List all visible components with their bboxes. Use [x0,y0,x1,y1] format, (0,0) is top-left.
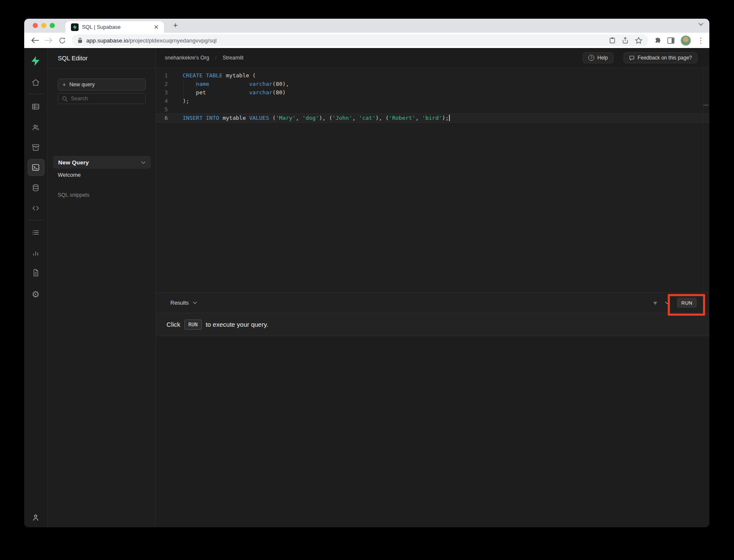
results-empty-area [156,336,709,527]
lock-icon [78,37,82,43]
clipboard-icon[interactable] [609,37,615,44]
help-button[interactable]: ? Help [583,52,613,63]
breadcrumb-separator: / [215,55,217,61]
browser-tab[interactable]: SQL | Supabase ✕ [65,21,164,33]
indent-guide [196,80,196,97]
chat-bubble-icon [629,55,635,61]
rail-divider [28,94,44,94]
search-box[interactable] [58,93,146,104]
tab-close-icon[interactable]: ✕ [152,23,160,31]
code-text: CREATE TABLE mytable ( [175,71,256,80]
browser-tabstrip: SQL | Supabase ✕ + [24,19,709,33]
code-line[interactable]: 1CREATE TABLE mytable ( [156,71,709,80]
table-editor-icon[interactable] [31,102,40,111]
hint-prefix: Click [167,321,181,328]
line-number: 6 [156,114,175,122]
auth-users-icon[interactable] [31,123,40,132]
sql-editor-sidebar: SQL Editor + New query Getting started W… [48,48,156,527]
code-line[interactable]: 3 pet varchar(80) [156,88,709,97]
help-button-label: Help [597,55,608,61]
text-cursor [449,115,450,121]
search-icon [62,96,68,102]
reports-chart-icon[interactable] [31,248,40,257]
search-input[interactable] [71,96,135,102]
indent-guide [184,80,184,97]
extensions-puzzle-icon[interactable] [654,37,661,44]
run-kbd-badge: RUN [184,320,202,330]
code-text: INSERT INTO mytable VALUES ('Mary', 'dog… [175,114,450,122]
url-domain: app.supabase.io [86,37,128,44]
forward-icon[interactable] [43,35,54,46]
browser-window: SQL | Supabase ✕ + app.supabase.io/proje… [24,19,709,527]
new-tab-button[interactable]: + [170,20,181,31]
sidebar-item-new-query[interactable]: New Query [53,156,151,169]
back-icon[interactable] [29,35,40,46]
run-options-chevron-icon[interactable] [665,301,669,304]
line-number: 3 [156,88,175,97]
code-line[interactable]: 2 name varchar(80), [156,80,709,88]
main-area: snehankekre's Org / Streamlit ? Help Fee… [156,48,709,527]
toolbar-right: ⋮ [654,35,704,46]
breadcrumb-project[interactable]: Streamlit [223,55,243,61]
docs-file-icon[interactable] [31,268,40,277]
code-line[interactable]: 5 [156,105,709,114]
results-bar-actions: ♥ RUN [653,298,697,308]
help-question-icon: ? [588,55,594,61]
editor-scrollbar-marker [703,105,709,106]
chevron-down-icon[interactable] [141,161,146,164]
breadcrumb-org[interactable]: snehankekre's Org [165,55,209,61]
code-lines: 1CREATE TABLE mytable (2 name varchar(80… [156,71,709,122]
editor-scrollbar-track[interactable] [703,68,703,292]
results-chevron-icon[interactable] [193,301,197,304]
hint-suffix: to execute your query. [206,321,268,328]
settings-gear-icon[interactable]: ⚙ [31,289,40,299]
rail-divider [28,220,44,221]
sidebar-item-label: New Query [58,159,141,166]
nav-rail: ⚙ [24,48,48,527]
url-bar[interactable]: app.supabase.io/project/pldexcuqrnyedang… [72,34,648,46]
line-number: 1 [156,71,175,80]
feedback-button-label: Feedback on this page? [638,55,692,61]
line-number: 4 [156,97,175,105]
storage-icon[interactable] [31,143,40,152]
url-path: /project/pldexcuqrnyedangvvpg/sql [128,37,217,44]
browser-menu-icon[interactable]: ⋮ [697,36,704,45]
code-text: ); [175,97,189,105]
sql-code-editor[interactable]: 1CREATE TABLE mytable (2 name varchar(80… [156,68,709,292]
share-icon[interactable] [622,37,628,44]
code-text: pet varchar(80) [175,88,286,97]
side-panel-icon[interactable] [667,37,675,44]
minimize-window-button[interactable] [41,23,46,28]
account-user-icon[interactable] [31,513,40,522]
profile-avatar[interactable] [680,35,691,46]
code-text: name varchar(80), [175,80,289,88]
close-window-button[interactable] [33,23,38,28]
api-code-icon[interactable] [31,204,40,213]
home-icon[interactable] [31,78,40,87]
bookmark-star-icon[interactable] [635,37,642,44]
supabase-favicon-icon [71,23,79,31]
code-line[interactable]: 6INSERT INTO mytable VALUES ('Mary', 'do… [156,114,709,122]
supabase-logo-icon[interactable] [31,56,40,65]
tab-search-chevron-icon[interactable] [698,23,703,26]
page-title: SQL Editor [58,48,88,68]
section-sql-snippets: SQL snippets [58,192,90,198]
zoom-window-button[interactable] [50,23,55,28]
tab-title: SQL | Supabase [82,24,152,30]
database-icon[interactable] [31,183,40,192]
header-actions: ? Help Feedback on this page? [583,52,697,63]
new-query-button[interactable]: + New query [58,79,146,91]
logs-list-icon[interactable] [31,228,40,237]
code-line[interactable]: 4); [156,97,709,105]
run-button[interactable]: RUN [677,298,697,308]
code-text [175,105,183,114]
sql-editor-icon[interactable] [31,163,40,172]
app-content: ⚙ SQL Editor + New query Getting started… [24,48,709,527]
run-hint-row: Click RUN to execute your query. [156,313,709,336]
sidebar-item-welcome[interactable]: Welcome [58,172,81,178]
favorite-heart-icon[interactable]: ♥ [653,300,657,306]
reload-icon[interactable] [56,35,68,46]
results-dropdown-label[interactable]: Results [170,300,189,306]
traffic-lights [33,23,55,28]
feedback-button[interactable]: Feedback on this page? [624,52,697,63]
